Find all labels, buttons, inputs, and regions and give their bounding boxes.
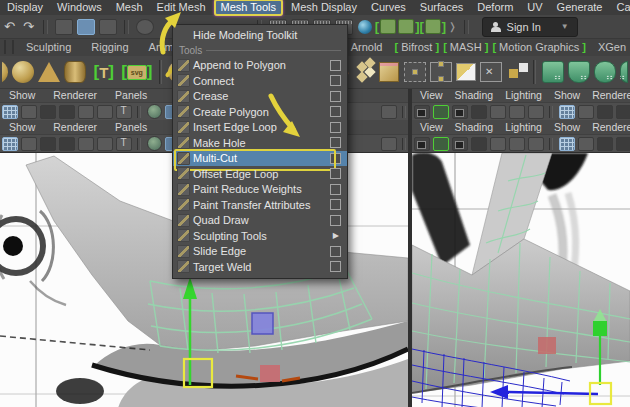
tab-xgen[interactable]: XGen	[588, 39, 630, 56]
gate-mask-icon[interactable]	[59, 137, 75, 151]
panel-menu-show[interactable]: Show	[0, 121, 44, 133]
resolution-gate-icon[interactable]	[40, 137, 56, 151]
lattice-icon[interactable]	[355, 59, 376, 85]
film-gate-icon[interactable]	[21, 137, 37, 151]
mash-partial-icon[interactable]	[620, 59, 628, 85]
option-box[interactable]	[330, 75, 341, 86]
grid-toggle-icon[interactable]	[2, 137, 18, 151]
option-box[interactable]	[330, 137, 341, 148]
tab-mash[interactable]: [ MASH ]	[441, 39, 490, 56]
menu-item-connect[interactable]: Connect	[173, 73, 347, 89]
grid-toggle-icon[interactable]	[559, 137, 575, 151]
transform-constraint-icon[interactable]: ✕	[480, 59, 502, 85]
menu-curves[interactable]: Curves	[364, 0, 413, 15]
panel-menu-renderer[interactable]: Renderer	[44, 89, 106, 101]
grid-toggle-icon[interactable]	[559, 105, 575, 119]
greasepencil-icon[interactable]	[528, 137, 544, 151]
tab-sculpting[interactable]: Sculpting	[16, 39, 81, 56]
menu-item-make-hole[interactable]: Make Hole	[173, 135, 347, 151]
shelf-partial-icon[interactable]	[2, 59, 8, 85]
safe-title-icon[interactable]	[116, 137, 132, 151]
tab-rigging[interactable]: Rigging	[81, 39, 138, 56]
redo-icon[interactable]: ↷	[19, 17, 38, 37]
menu-item-multi-cut[interactable]: Multi-Cut	[173, 151, 347, 167]
menu-deform[interactable]: Deform	[470, 0, 520, 15]
select-hierarchy-icon[interactable]	[55, 19, 73, 35]
tab-motion-graphics[interactable]: [ Motion Graphics ]	[490, 39, 588, 56]
panel-menu-renderer[interactable]: Renderer	[44, 121, 106, 133]
option-box[interactable]	[330, 91, 341, 102]
chevron-icon[interactable]: ❭	[446, 21, 458, 32]
film-gate-icon[interactable]	[578, 137, 594, 151]
menu-item-sculpting-tools[interactable]: Sculpting Tools ▶	[173, 228, 347, 244]
film-gate-icon[interactable]	[21, 105, 37, 119]
menu-display[interactable]: Display	[0, 0, 50, 15]
select-camera-icon[interactable]	[414, 105, 430, 119]
svg-tool-icon[interactable]: [svg]	[121, 59, 152, 85]
gate-mask-icon[interactable]	[616, 137, 630, 151]
select-object-icon[interactable]	[77, 19, 95, 35]
poly-cone-icon[interactable]	[38, 59, 60, 85]
shelf-options-icon[interactable]	[12, 40, 14, 54]
menu-item-quad-draw[interactable]: Quad Draw	[173, 213, 347, 229]
two-d-pan-icon[interactable]	[509, 137, 525, 151]
panel-menu-view[interactable]: View	[414, 89, 449, 101]
option-box[interactable]	[330, 184, 341, 195]
bookmark-icon[interactable]	[471, 137, 487, 151]
panel-divider[interactable]	[408, 88, 412, 407]
isolate-select-icon[interactable]	[381, 105, 397, 119]
menu-mesh-tools[interactable]: Mesh Tools	[214, 0, 283, 16]
menu-cache[interactable]: Cache	[609, 0, 630, 15]
gate-mask-icon[interactable]	[59, 105, 75, 119]
image-plane-icon[interactable]	[490, 105, 506, 119]
menu-item-append-to-polygon[interactable]: Append to Polygon	[173, 58, 347, 74]
render-view-sphere-icon[interactable]	[358, 20, 372, 34]
caret-down-icon[interactable]: ▼	[561, 22, 569, 31]
select-camera-icon[interactable]	[414, 137, 430, 151]
mash-waiter-icon[interactable]	[542, 59, 564, 85]
menu-item-paint-transfer-attributes[interactable]: Paint Transfer Attributes	[173, 197, 347, 213]
isolate-select-icon[interactable]	[381, 137, 397, 151]
option-box[interactable]	[330, 215, 341, 226]
panel-menu-lighting[interactable]: Lighting	[499, 89, 548, 101]
greasepencil-icon[interactable]	[528, 105, 544, 119]
menu-surfaces[interactable]: Surfaces	[413, 0, 470, 15]
wireframe-on-shaded-icon[interactable]	[147, 104, 162, 119]
menu-edit-mesh[interactable]: Edit Mesh	[150, 0, 213, 15]
arnold-renderview-icon[interactable]	[380, 19, 396, 34]
menu-item-hide-modeling-toolkit[interactable]: Hide Modeling Toolkit	[173, 27, 347, 43]
camera-attributes-icon[interactable]	[452, 137, 468, 151]
option-box[interactable]	[330, 199, 341, 210]
poly-cylinder-icon[interactable]	[64, 59, 86, 85]
grid-toggle-icon[interactable]	[2, 105, 18, 119]
menu-item-create-polygon[interactable]: Create Polygon	[173, 104, 347, 120]
panel-menu-show[interactable]: Show	[548, 89, 586, 101]
quad-panel-icon[interactable]	[506, 59, 527, 85]
panel-menu-view[interactable]: View	[414, 121, 449, 133]
menu-mesh[interactable]: Mesh	[109, 0, 150, 15]
option-box[interactable]	[330, 246, 341, 257]
resolution-gate-icon[interactable]	[597, 137, 613, 151]
panel-menu-lighting[interactable]: Lighting	[499, 121, 548, 133]
film-gate-icon[interactable]	[578, 105, 594, 119]
mash-curve-icon[interactable]	[568, 59, 590, 85]
menu-item-target-weld[interactable]: Target Weld	[173, 259, 347, 275]
panel-menu-show[interactable]: Show	[0, 89, 44, 101]
gate-mask-icon[interactable]	[616, 105, 630, 119]
resolution-gate-icon[interactable]	[597, 105, 613, 119]
menu-item-paint-reduce-weights[interactable]: Paint Reduce Weights	[173, 182, 347, 198]
panel-menu-panels[interactable]: Panels	[106, 89, 156, 101]
panel-menu-shading[interactable]: Shading	[449, 89, 500, 101]
field-chart-icon[interactable]	[78, 137, 94, 151]
menu-item-slide-edge[interactable]: Slide Edge	[173, 244, 347, 260]
select-component-icon[interactable]	[99, 19, 117, 35]
tab-arnold[interactable]: Arnold	[341, 39, 393, 56]
option-box[interactable]	[330, 261, 341, 272]
option-box[interactable]	[330, 60, 341, 71]
two-d-pan-icon[interactable]	[509, 105, 525, 119]
image-plane-icon[interactable]	[490, 137, 506, 151]
safe-action-icon[interactable]	[97, 105, 113, 119]
menu-uv[interactable]: UV	[520, 0, 549, 15]
resolution-gate-icon[interactable]	[40, 105, 56, 119]
poly-sphere-icon[interactable]	[12, 59, 34, 85]
